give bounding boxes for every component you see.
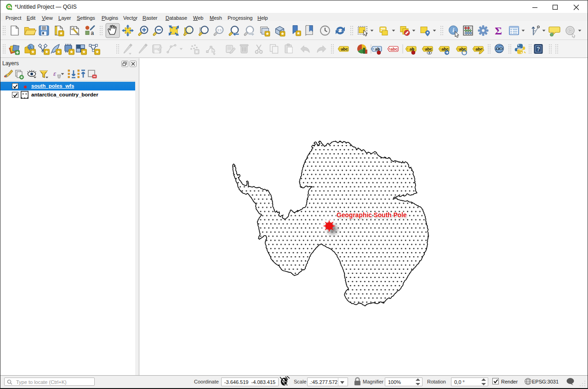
svg-text:1:1: 1:1 xyxy=(217,28,222,32)
svg-text:abc: abc xyxy=(341,47,348,51)
svg-text:abc: abc xyxy=(425,47,432,51)
svg-text:Σ: Σ xyxy=(495,25,502,37)
svg-text:a: a xyxy=(91,30,94,36)
svg-text:?: ? xyxy=(537,46,540,52)
svg-text:abc: abc xyxy=(390,47,398,51)
svg-text:Geographic South Pole: Geographic South Pole xyxy=(337,212,407,219)
svg-text:ε: ε xyxy=(53,70,56,77)
svg-text:i: i xyxy=(452,27,454,34)
